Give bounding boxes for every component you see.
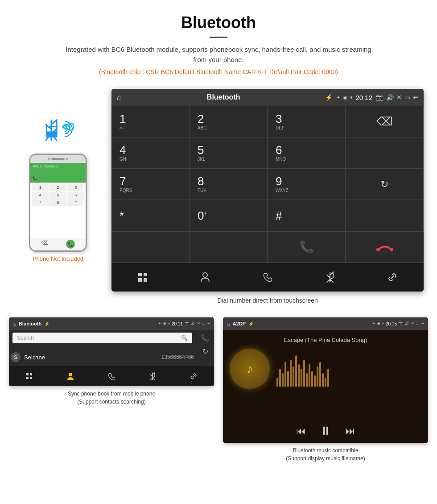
nav-phone[interactable]: [236, 263, 299, 292]
dial-key-3[interactable]: 3 DEF: [268, 106, 346, 137]
vis-bar-11: [303, 360, 305, 387]
dial-key-6[interactable]: 6 MNO: [268, 137, 346, 169]
delete-key[interactable]: ⌫: [346, 106, 424, 137]
pb-nav-phone[interactable]: [91, 366, 132, 386]
home-icon[interactable]: ⌂: [117, 93, 122, 102]
pb-home-icon[interactable]: ⌂: [12, 321, 16, 327]
phone-key-8[interactable]: 0: [49, 199, 67, 206]
vis-bar-5: [287, 371, 289, 387]
music-screen-wrap: ⌂ A2DP ⚡ ✦ ◉ ▾ 20:15 📷 🔊 ✕ ▭ ↩: [223, 317, 428, 462]
phone-key-6[interactable]: 6: [67, 192, 84, 199]
contact-initial: S: [11, 352, 21, 362]
phone-key-5[interactable]: 5: [49, 192, 67, 199]
screen-title: Bluetooth: [125, 93, 322, 101]
pb-side-icons: 📞 ↻: [196, 330, 214, 366]
volume-icon: 🔊: [386, 94, 394, 101]
phone-key-4[interactable]: 4: [32, 192, 49, 199]
phone-mockup: Add to Contacts MORE 📞 1 2 3 4 5 6: [29, 154, 87, 252]
call-button[interactable]: 📞: [268, 232, 346, 262]
nav-person[interactable]: [174, 263, 236, 292]
pb-refresh-icon[interactable]: ↻: [202, 347, 208, 356]
hangup-button[interactable]: [346, 232, 424, 262]
music-close-icon[interactable]: ✕: [411, 321, 414, 326]
vis-bar-12: [306, 373, 308, 387]
dial-key-refresh[interactable]: ↻: [346, 169, 424, 200]
svg-rect-10: [30, 377, 32, 379]
phone-speaker: [51, 158, 65, 160]
back-icon[interactable]: ↩: [413, 94, 418, 101]
pb-search-wrap: Search 🔍: [9, 330, 196, 349]
nav-grid[interactable]: [111, 263, 174, 292]
music-body: Escape (The Pina Colada Song) ♪: [223, 330, 428, 419]
pb-caption: Sync phone-book from mobile phone (Suppo…: [68, 390, 155, 406]
pb-phone-nav-icon: [108, 373, 115, 380]
pb-close-icon[interactable]: ✕: [197, 321, 200, 326]
phone-key-7[interactable]: *: [32, 199, 49, 206]
pb-signal-icon: ▾: [168, 321, 170, 326]
play-pause-icon[interactable]: ⏸: [319, 424, 332, 438]
search-bar[interactable]: Search 🔍: [12, 333, 192, 343]
page-description: Integrated with BC6 Bluetooth module, su…: [62, 45, 375, 65]
clock: 20:12: [355, 94, 372, 101]
phone-key-3[interactable]: 3: [67, 184, 84, 191]
music-bt-icon: ✦: [372, 321, 375, 326]
bottom-section: ⌂ Bluetooth ⚡ ✦ ◉ ▾ 20:11 📷 🔊 ✕ ▭ ↩: [9, 317, 428, 462]
svg-point-6: [203, 273, 207, 277]
svg-rect-8: [30, 373, 32, 375]
nav-bluetooth[interactable]: [299, 263, 361, 292]
location-icon: ◉: [343, 95, 347, 100]
svg-rect-2: [138, 273, 142, 276]
phone-key-1[interactable]: 1: [32, 184, 49, 191]
bt-nav-icon: [326, 271, 334, 283]
close-icon[interactable]: ✕: [396, 94, 402, 101]
vis-bar-7: [293, 367, 294, 387]
svg-point-0: [376, 248, 380, 251]
pb-usb-icon: ⚡: [44, 321, 49, 326]
svg-rect-3: [144, 273, 147, 276]
prev-icon[interactable]: ⏮: [296, 425, 306, 437]
dial-key-empty-2: [346, 137, 424, 169]
link-icon: [387, 271, 398, 283]
contact-row[interactable]: S Seicane 13566664466: [9, 349, 196, 366]
search-placeholder: Search: [17, 335, 34, 341]
hangup-icon: [376, 242, 394, 253]
dial-key-0[interactable]: 0+: [190, 200, 268, 231]
phone-key-2[interactable]: 2: [49, 184, 67, 191]
vis-bar-2: [279, 369, 281, 387]
pb-back-icon[interactable]: ↩: [207, 321, 210, 326]
vis-bar-17: [319, 362, 321, 387]
pb-vol-icon: 🔊: [191, 321, 195, 326]
pb-nav-grid[interactable]: [9, 366, 50, 386]
music-home-icon[interactable]: ⌂: [227, 321, 230, 327]
dial-key-9[interactable]: 9 WXYZ: [268, 169, 346, 200]
dial-key-hash[interactable]: #: [268, 200, 346, 231]
pb-content: Search 🔍 S Seicane 13566664466: [9, 330, 214, 366]
dial-key-1[interactable]: 1 ∞: [111, 106, 190, 137]
music-back-icon[interactable]: ↩: [421, 321, 425, 326]
music-vol-icon: 🔊: [405, 321, 409, 326]
pb-nav-bar: [9, 366, 214, 386]
phone-dot: [48, 158, 50, 160]
dial-key-star[interactable]: *: [111, 200, 190, 231]
vis-bar-8: [295, 355, 297, 387]
top-section: ⬓: [9, 89, 428, 304]
phone-call-button[interactable]: 📞: [66, 240, 75, 249]
nav-link[interactable]: [361, 263, 424, 292]
music-screen-title: A2DP: [233, 321, 246, 326]
pb-nav-person[interactable]: [50, 366, 91, 386]
music-cam-icon: 📷: [399, 321, 403, 326]
dial-key-7[interactable]: 7 PQRS: [111, 169, 190, 200]
vis-bar-19: [325, 378, 326, 387]
next-icon[interactable]: ⏭: [345, 425, 355, 437]
phone-key-9[interactable]: #: [67, 199, 84, 206]
pb-phone-icon[interactable]: 📞: [201, 333, 210, 342]
dial-key-4[interactable]: 4 GHI: [111, 137, 190, 169]
music-note-icon: ♪: [247, 361, 253, 376]
pb-nav-bt[interactable]: [132, 366, 173, 386]
pb-link-icon: [190, 372, 198, 380]
dial-key-8[interactable]: 8 TUV: [190, 169, 268, 200]
dial-key-2[interactable]: 2 ABC: [190, 106, 268, 137]
pb-nav-link[interactable]: [173, 366, 214, 386]
dial-key-5[interactable]: 5 JKL: [190, 137, 268, 169]
music-screen: ⌂ A2DP ⚡ ✦ ◉ ▾ 20:15 📷 🔊 ✕ ▭ ↩: [223, 317, 428, 443]
